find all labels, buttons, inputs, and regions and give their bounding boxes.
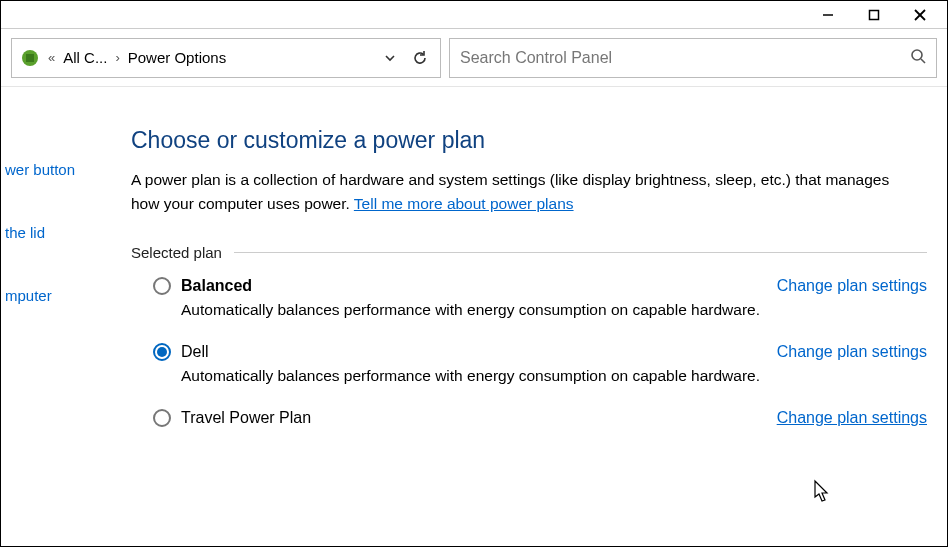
address-bar: « All C... › Power Options — [1, 29, 947, 87]
page-description: A power plan is a collection of hardware… — [131, 168, 921, 216]
plan-name-balanced[interactable]: Balanced — [181, 277, 252, 295]
plan-name-travel[interactable]: Travel Power Plan — [181, 409, 311, 427]
sidebar-link-computer[interactable]: mputer — [1, 283, 97, 308]
search-box[interactable] — [449, 38, 937, 78]
change-settings-dell[interactable]: Change plan settings — [777, 343, 927, 361]
plan-name-dell[interactable]: Dell — [181, 343, 209, 361]
close-button[interactable] — [897, 3, 943, 27]
group-label-text: Selected plan — [131, 244, 222, 261]
svg-point-6 — [912, 50, 922, 60]
breadcrumb[interactable]: « All C... › Power Options — [11, 38, 441, 78]
change-settings-travel[interactable]: Change plan settings — [777, 409, 927, 427]
breadcrumb-back-chevrons[interactable]: « — [46, 50, 57, 65]
plan-travel: Travel Power Plan Change plan settings — [131, 409, 927, 427]
learn-more-link[interactable]: Tell me more about power plans — [354, 195, 574, 212]
page-heading: Choose or customize a power plan — [131, 127, 927, 154]
plan-desc-dell: Automatically balances performance with … — [153, 367, 927, 385]
radio-dell[interactable] — [153, 343, 171, 361]
plan-dell: Dell Change plan settings Automatically … — [131, 343, 927, 385]
plan-desc-balanced: Automatically balances performance with … — [153, 301, 927, 319]
plan-balanced: Balanced Change plan settings Automatica… — [131, 277, 927, 319]
control-panel-icon — [20, 48, 40, 68]
sidebar: wer button the lid mputer — [1, 87, 97, 546]
minimize-button[interactable] — [805, 3, 851, 27]
svg-rect-5 — [26, 54, 34, 62]
search-icon[interactable] — [910, 48, 926, 68]
plan-group-label: Selected plan — [131, 244, 927, 261]
breadcrumb-crumb-1[interactable]: All C... — [63, 49, 107, 66]
history-dropdown-icon[interactable] — [378, 46, 402, 70]
divider — [234, 252, 927, 253]
refresh-icon[interactable] — [408, 46, 432, 70]
svg-rect-1 — [870, 10, 879, 19]
radio-balanced[interactable] — [153, 277, 171, 295]
breadcrumb-crumb-2[interactable]: Power Options — [128, 49, 226, 66]
breadcrumb-separator-icon: › — [113, 50, 121, 65]
change-settings-balanced[interactable]: Change plan settings — [777, 277, 927, 295]
sidebar-link-power-button[interactable]: wer button — [1, 157, 97, 182]
title-bar — [1, 1, 947, 29]
radio-travel[interactable] — [153, 409, 171, 427]
sidebar-link-lid[interactable]: the lid — [1, 220, 97, 245]
main-content: Choose or customize a power plan A power… — [97, 87, 947, 546]
search-input[interactable] — [460, 49, 910, 67]
svg-line-7 — [921, 59, 925, 63]
maximize-button[interactable] — [851, 3, 897, 27]
